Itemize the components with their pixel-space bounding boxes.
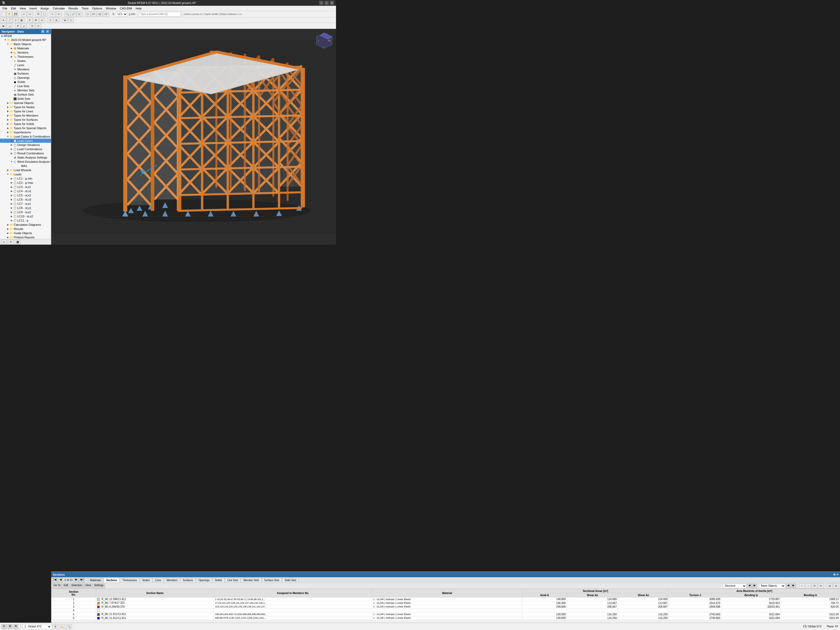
- menu-insert[interactable]: Insert: [28, 6, 38, 11]
- delete-btn[interactable]: ✕: [56, 11, 62, 17]
- tree-solids[interactable]: ◼ Solids: [0, 80, 51, 84]
- redo-button[interactable]: ↪: [27, 11, 33, 17]
- tree-lc2[interactable]: ▶ 📋 LC2 - g max: [0, 181, 51, 185]
- tree-surfaces[interactable]: ▦ Surfaces: [0, 71, 51, 76]
- results-btn[interactable]: 📊: [6, 24, 12, 28]
- view3d-btn[interactable]: ⬡: [85, 11, 90, 17]
- tree-results[interactable]: ▶ 📁 Results: [0, 227, 51, 231]
- tree-materials[interactable]: ▶ 🔶 Materials: [0, 46, 51, 51]
- tree-lc8[interactable]: ▶ 📋 LC8 - st,y1: [0, 206, 51, 210]
- tree-lc7[interactable]: ▶ 📋 LC7 - w,y1: [0, 202, 51, 206]
- surface-btn[interactable]: ▦: [19, 17, 24, 23]
- tree-lc5[interactable]: ▶ 📋 LC5 - w,x2: [0, 193, 51, 197]
- tree-lc9[interactable]: ▶ 📋 LC9 - w,y2: [0, 210, 51, 214]
- node-btn[interactable]: ●: [0, 17, 6, 23]
- menu-results[interactable]: Results: [67, 6, 80, 11]
- wire-btn[interactable]: ◻: [68, 17, 74, 23]
- tree-lc10[interactable]: ▶ 📋 LC10 - st,y2: [0, 214, 51, 218]
- tree-basic-objects[interactable]: ▼ 📁 Basic Objects: [0, 42, 51, 46]
- tree-guide-objects[interactable]: ▶ 📁 Guide Objects: [0, 231, 51, 235]
- load-btn[interactable]: ⬇: [15, 24, 21, 28]
- tree-load-cases[interactable]: ▶ 📋 Load Cases: [0, 139, 51, 143]
- tree-lc1[interactable]: ▶ 📋 LC1 - g min: [0, 177, 51, 181]
- menu-cad-bim[interactable]: CAD-BIM: [118, 6, 133, 11]
- menu-file[interactable]: File: [1, 6, 9, 11]
- tree-loads[interactable]: ▼ 📁 Loads: [0, 172, 51, 177]
- render-btn[interactable]: ◈: [62, 17, 68, 23]
- menu-view[interactable]: View: [18, 6, 28, 11]
- tree-types-surfaces[interactable]: ▶ 📁 Types for Surfaces: [0, 118, 51, 122]
- nav-float-button[interactable]: ⧉: [41, 30, 45, 33]
- tree-types-members[interactable]: ▶ 📁 Types for Members: [0, 114, 51, 118]
- tree-load-wizards[interactable]: ▶ 📁 Load Wizards: [0, 168, 51, 172]
- rotate-btn[interactable]: ↻: [27, 17, 33, 23]
- viewxz-btn[interactable]: XZ: [97, 11, 103, 17]
- tree-types-lines[interactable]: ▶ 📁 Types for Lines: [0, 109, 51, 114]
- tree-types-nodes[interactable]: ▶ 📁 Types for Nodes: [0, 105, 51, 109]
- zoom-all-btn[interactable]: ⊡: [76, 11, 82, 17]
- close-button[interactable]: ✕: [330, 1, 334, 5]
- tree-model[interactable]: ▼ 📁 2022.03 Modell gesamt.rf5*: [0, 38, 51, 42]
- viewxy-btn[interactable]: XY: [91, 11, 96, 17]
- tree-members[interactable]: ═ Members: [0, 67, 51, 71]
- tree-static-analysis[interactable]: ⚙ Static Analysis Settings: [0, 155, 51, 159]
- deform-btn[interactable]: U: [35, 24, 41, 28]
- maximize-button[interactable]: □: [324, 1, 328, 5]
- save-button[interactable]: 💾: [13, 11, 18, 17]
- tree-calculation-diagrams[interactable]: ▶ 📁 Calculation Diagrams: [0, 223, 51, 227]
- nav-icon1[interactable]: ⊙: [1, 239, 7, 245]
- select-btn[interactable]: ↖: [50, 11, 56, 17]
- copy-button[interactable]: ⧉: [35, 11, 41, 17]
- support-btn[interactable]: △: [21, 24, 27, 28]
- tree-lc11[interactable]: ▶ 📋 LC11 - p: [0, 218, 51, 223]
- tree-lines[interactable]: ╱ Lines: [0, 63, 51, 67]
- tree-member-sets[interactable]: ≡ Member Sets: [0, 88, 51, 92]
- calc-btn[interactable]: ▶: [0, 24, 6, 28]
- zoom-in-btn[interactable]: 🔍: [64, 11, 70, 17]
- tree-types-special-objects[interactable]: ▶ 📁 Types for Special Objects: [0, 126, 51, 130]
- new-button[interactable]: 📄: [0, 11, 6, 17]
- tree-printout-reports[interactable]: ▶ 📁 Printout Reports: [0, 235, 51, 239]
- tree-solid-sets[interactable]: ⬛ Solid Sets: [0, 96, 51, 101]
- tree-thicknesses[interactable]: ▶ 📏 Thicknesses: [0, 55, 51, 59]
- tree-lc3[interactable]: ▶ 📋 LC3 - w,x1: [0, 185, 51, 189]
- viewyz-btn[interactable]: YZ: [103, 11, 109, 17]
- tree-surface-sets[interactable]: ▤ Surface Sets: [0, 92, 51, 96]
- tree-imperfections[interactable]: ▶ 📁 Imperfections: [0, 130, 51, 134]
- viewport[interactable]: ← +X Y Z: [51, 29, 336, 245]
- snap-btn[interactable]: ⊕: [54, 17, 59, 23]
- lc-select[interactable]: LC1: [116, 12, 128, 17]
- menu-calculate[interactable]: Calculate: [51, 6, 66, 11]
- menu-assign[interactable]: Assign: [39, 6, 51, 11]
- tree-result-combinations[interactable]: ▶ 📋 Result Combinations: [0, 151, 51, 155]
- tree-types-solids[interactable]: ▶ 📁 Types for Solids: [0, 122, 51, 126]
- minimize-button[interactable]: ─: [319, 1, 324, 5]
- menu-tools[interactable]: Tools: [80, 6, 90, 11]
- pan-btn[interactable]: ✥: [33, 17, 39, 23]
- tree-load-cases-combinations[interactable]: ▼ 📁 Load Cases & Combinations: [0, 134, 51, 139]
- tree-openings[interactable]: ◻ Openings: [0, 76, 51, 80]
- tree-lc4[interactable]: ▶ 📋 LC4 - st,x1: [0, 189, 51, 193]
- tree-lc6[interactable]: ▶ 📋 LC6 - st,x2: [0, 197, 51, 202]
- section-forces-btn[interactable]: N: [29, 24, 35, 28]
- tree-line-sets[interactable]: ╱ Line Sets: [0, 84, 51, 88]
- zoom-out-btn[interactable]: 🔎: [70, 11, 76, 17]
- grid-btn[interactable]: #: [47, 17, 53, 23]
- menu-window[interactable]: Window: [104, 6, 118, 11]
- tree-rfem[interactable]: ▶ RFEM: [0, 34, 51, 38]
- menu-options[interactable]: Options: [90, 6, 104, 11]
- nav-icon3[interactable]: 🎥: [15, 239, 21, 245]
- paste-button[interactable]: 📋: [41, 11, 47, 17]
- nav-icon2[interactable]: 👁: [8, 239, 14, 245]
- open-button[interactable]: 📂: [6, 11, 12, 17]
- line-btn[interactable]: ╱: [6, 17, 12, 23]
- tree-design-situations[interactable]: ▶ 📋 Design Situations: [0, 143, 51, 147]
- tree-load-combinations[interactable]: ▶ 📋 Load Combinations: [0, 147, 51, 151]
- tree-nodes[interactable]: • Nodes: [0, 59, 51, 63]
- mirror-btn[interactable]: ⇔: [39, 17, 45, 23]
- member-btn[interactable]: ━: [13, 17, 18, 23]
- nav-close-button[interactable]: ✕: [46, 30, 49, 33]
- menu-edit[interactable]: Edit: [9, 6, 17, 11]
- search-input[interactable]: [139, 12, 181, 17]
- menu-help[interactable]: Help: [134, 6, 143, 11]
